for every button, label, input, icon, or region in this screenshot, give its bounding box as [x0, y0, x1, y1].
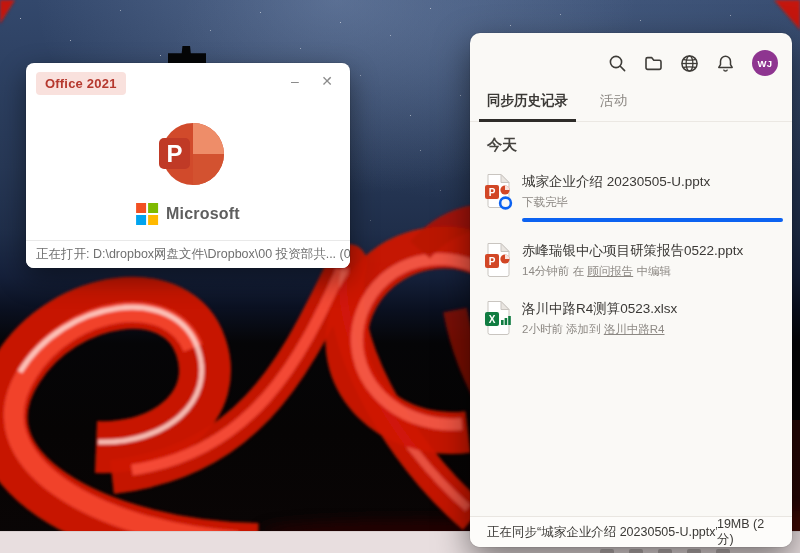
folder-icon[interactable]	[644, 54, 663, 73]
list-item-file[interactable]: P 城家企业介绍 20230505-U.pptx 下载完毕	[470, 167, 792, 228]
office-opening-status: 正在打开: D:\dropbox网盘文件\Dropbox\00 投资部共... …	[26, 240, 350, 268]
ms-square-green	[148, 203, 158, 213]
search-icon[interactable]	[608, 54, 627, 73]
taskbar-icon-cutoff[interactable]	[687, 549, 701, 553]
sync-progress-bar	[522, 218, 783, 222]
file-meta: 下载完毕	[522, 195, 783, 210]
svg-text:P: P	[489, 187, 496, 198]
ms-square-red	[136, 203, 146, 213]
section-heading-today: 今天	[487, 136, 792, 155]
meta-folder-link[interactable]: 洛川中路R4	[604, 323, 665, 335]
taskbar-icon-cutoff[interactable]	[600, 549, 614, 553]
ms-square-blue	[136, 215, 146, 225]
globe-icon[interactable]	[680, 54, 699, 73]
sync-status-footer: 正在同步“城家企业介绍 20230505-U.pptx” 19MB (2 分)	[470, 516, 792, 547]
close-button[interactable]: ✕	[314, 69, 340, 93]
office-splash-dialog: Office 2021 – ✕ P Microsoft 正在打开: D:\dro…	[26, 63, 350, 268]
svg-text:X: X	[489, 314, 496, 325]
excel-file-icon: X	[484, 300, 514, 338]
microsoft-wordmark: Microsoft	[166, 205, 240, 223]
office-version-badge: Office 2021	[36, 72, 126, 95]
svg-text:P: P	[489, 256, 496, 267]
list-item-file[interactable]: X 洛川中路R4测算0523.xlsx 2小时前 添加到 洛川中路R4	[470, 294, 792, 344]
taskbar-icon-cutoff[interactable]	[716, 549, 730, 553]
taskbar-icon-cutoff[interactable]	[658, 549, 672, 553]
bell-icon[interactable]	[716, 54, 735, 73]
file-meta: 2小时前 添加到 洛川中路R4	[522, 322, 783, 337]
file-meta: 14分钟前 在 顾问报告 中编辑	[522, 264, 783, 279]
powerpoint-file-icon: P	[484, 242, 514, 280]
sync-status-toggle[interactable]: 正在同步“城家企业介绍 20230505-U.pptx”	[487, 524, 717, 541]
minimize-button[interactable]: –	[282, 69, 308, 93]
desktop: Office 2021 – ✕ P Microsoft 正在打开: D:\dro…	[0, 0, 800, 553]
file-name: 洛川中路R4测算0523.xlsx	[522, 300, 783, 318]
microsoft-logo: Microsoft	[136, 203, 240, 225]
file-name: 赤峰瑞银中心项目研策报告0522.pptx	[522, 242, 783, 260]
dropbox-panel: WJ 同步历史记录 活动 今天 P 城家企业介绍 20230505-U.pptx…	[470, 33, 792, 547]
file-name: 城家企业介绍 20230505-U.pptx	[522, 173, 783, 191]
powerpoint-file-syncing-icon: P	[484, 173, 514, 211]
tab-sync-history[interactable]: 同步历史记录	[479, 83, 576, 122]
meta-folder-link[interactable]: 顾问报告	[587, 265, 633, 277]
sync-status-text: 正在同步“城家企业介绍 20230505-U.pptx”	[487, 524, 717, 541]
powerpoint-logo-icon: P	[149, 121, 227, 187]
avatar[interactable]: WJ	[752, 50, 778, 76]
powerpoint-letter: P	[166, 140, 182, 167]
tab-bar: 同步历史记录 活动	[470, 81, 792, 122]
list-item-file[interactable]: P 赤峰瑞银中心项目研策报告0522.pptx 14分钟前 在 顾问报告 中编辑	[470, 236, 792, 286]
sync-size-info: 19MB (2 分)	[717, 517, 779, 548]
taskbar-icon-cutoff[interactable]	[629, 549, 643, 553]
dropbox-header: WJ	[470, 33, 792, 81]
tab-activity[interactable]: 活动	[598, 83, 629, 121]
microsoft-squares-icon	[136, 203, 158, 225]
ms-square-yellow	[148, 215, 158, 225]
